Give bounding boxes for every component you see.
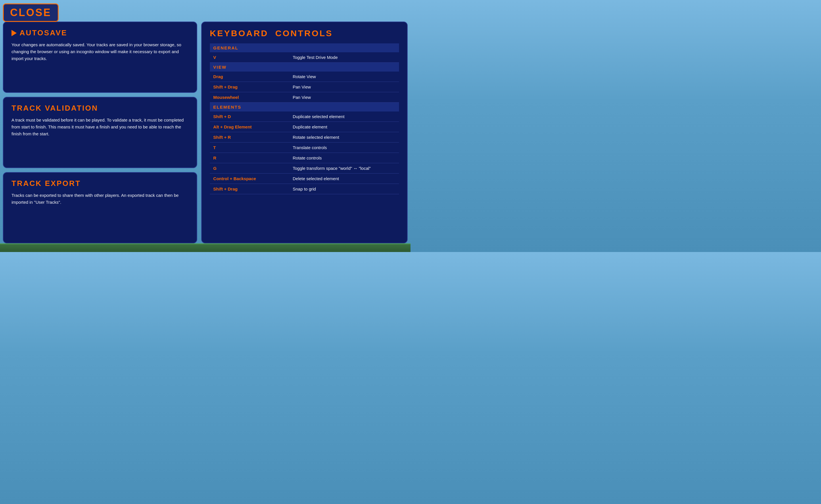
key-cell: T <box>210 143 289 153</box>
key-cell: G <box>210 163 289 174</box>
action-cell: Delete selected element <box>289 174 399 184</box>
table-row: TTranslate controls <box>210 143 399 153</box>
table-row: DragRotate View <box>210 72 399 82</box>
action-cell: Pan View <box>289 92 399 103</box>
section-header-0: GENERAL <box>210 43 399 52</box>
play-icon <box>11 30 17 36</box>
autosave-card: AUTOSAVE Your changes are automatically … <box>3 22 197 93</box>
keyboard-controls-title: KEYBOARD CONTROLS <box>210 28 399 38</box>
controls-table: GENERALVToggle Test Drive ModeVIEWDragRo… <box>210 43 399 194</box>
action-cell: Toggle transform space "world" ↔ "local" <box>289 163 399 174</box>
left-panel: AUTOSAVE Your changes are automatically … <box>3 22 197 243</box>
table-row: Shift + RRotate selected element <box>210 132 399 143</box>
table-row: Shift + DragPan View <box>210 82 399 92</box>
keyboard-title-right: CONTROLS <box>275 28 333 38</box>
key-cell: R <box>210 153 289 163</box>
table-row: MousewheelPan View <box>210 92 399 103</box>
track-export-body: Tracks can be exported to share them wit… <box>11 192 189 206</box>
table-row: Shift + DragSnap to grid <box>210 184 399 194</box>
action-cell: Pan View <box>289 82 399 92</box>
key-cell: Shift + Drag <box>210 82 289 92</box>
table-row: GToggle transform space "world" ↔ "local… <box>210 163 399 174</box>
track-validation-card: TRACK VALIDATION A track must be validat… <box>3 97 197 168</box>
table-row: VToggle Test Drive Mode <box>210 52 399 63</box>
right-panel[interactable]: KEYBOARD CONTROLS GENERALVToggle Test Dr… <box>201 22 407 243</box>
action-cell: Rotate View <box>289 72 399 82</box>
autosave-title: AUTOSAVE <box>11 28 189 37</box>
table-row: Alt + Drag ElementDuplicate element <box>210 122 399 132</box>
action-cell: Snap to grid <box>289 184 399 194</box>
table-row: Shift + DDuplicate selected element <box>210 111 399 122</box>
track-export-title: TRACK EXPORT <box>11 179 189 188</box>
bottom-bar <box>0 243 410 252</box>
key-cell: Mousewheel <box>210 92 289 103</box>
action-cell: Duplicate element <box>289 122 399 132</box>
action-cell: Rotate controls <box>289 153 399 163</box>
close-label: CLOSE <box>10 7 51 18</box>
table-row: Control + BackspaceDelete selected eleme… <box>210 174 399 184</box>
track-validation-body: A track must be validated before it can … <box>11 117 189 137</box>
key-cell: Shift + R <box>210 132 289 143</box>
autosave-body: Your changes are automatically saved. Yo… <box>11 41 189 62</box>
main-container: AUTOSAVE Your changes are automatically … <box>3 22 407 243</box>
table-row: RRotate controls <box>210 153 399 163</box>
key-cell: Shift + Drag <box>210 184 289 194</box>
key-cell: V <box>210 52 289 63</box>
key-cell: Control + Backspace <box>210 174 289 184</box>
key-cell: Drag <box>210 72 289 82</box>
key-cell: Shift + D <box>210 111 289 122</box>
section-header-1: VIEW <box>210 63 399 72</box>
action-cell: Rotate selected element <box>289 132 399 143</box>
action-cell: Toggle Test Drive Mode <box>289 52 399 63</box>
track-validation-title: TRACK VALIDATION <box>11 104 189 113</box>
action-cell: Duplicate selected element <box>289 111 399 122</box>
action-cell: Translate controls <box>289 143 399 153</box>
keyboard-title-left: KEYBOARD <box>210 28 268 38</box>
key-cell: Alt + Drag Element <box>210 122 289 132</box>
track-export-card: TRACK EXPORT Tracks can be exported to s… <box>3 172 197 243</box>
close-button[interactable]: CLOSE <box>3 3 59 22</box>
section-header-2: ELEMENTS <box>210 103 399 112</box>
